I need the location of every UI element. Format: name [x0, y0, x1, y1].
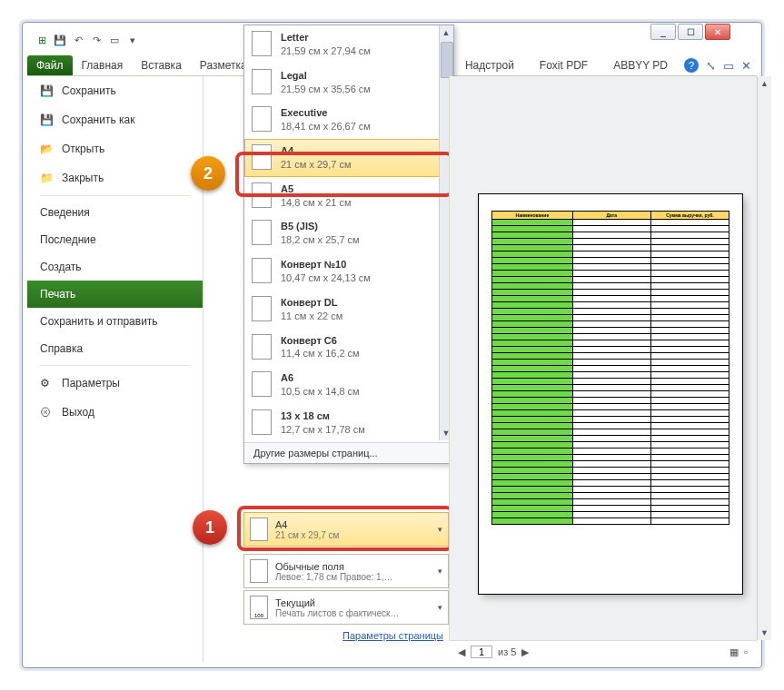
table-row — [492, 302, 729, 309]
margins-dropdown[interactable]: Обычные поляЛевое: 1,78 см Правое: 1,… ▾ — [243, 554, 449, 588]
scroll-up-icon[interactable]: ▲ — [440, 25, 452, 40]
table-row — [492, 385, 729, 391]
tab-addins[interactable]: Надстрой — [456, 55, 523, 75]
paper-size-option-letter[interactable]: Letter21,59 см x 27,94 см — [244, 25, 453, 64]
window-restore-icon[interactable]: ▭ — [723, 59, 734, 73]
tab-home[interactable]: Главная — [73, 55, 133, 75]
scaling-dropdown[interactable]: 100 ТекущийПечать листов с фактическ… ▾ — [243, 590, 449, 625]
prev-page-icon[interactable]: ◀ — [458, 646, 465, 658]
paper-size-option-a5[interactable]: A514,8 см x 21 см — [244, 177, 453, 215]
size-dim: 18,2 см x 25,7 см — [281, 233, 360, 247]
callout-badge-1: 1 — [193, 510, 227, 545]
table-row — [492, 436, 729, 442]
paper-size-dim: 21 см x 29,7 см — [275, 530, 339, 540]
table-row — [492, 245, 729, 251]
table-row — [492, 455, 729, 461]
preview-page: НаименованиеДатаСумма выручки, руб. — [479, 194, 742, 594]
more-page-sizes[interactable]: Другие размеры страниц... — [244, 442, 453, 463]
chevron-down-icon: ▾ — [438, 567, 442, 576]
backstage-закрыть[interactable]: 📁Закрыть — [27, 163, 203, 192]
paper-size-option--10[interactable]: Конверт №1010,47 см x 24,13 см — [244, 252, 453, 291]
backstage-справка[interactable]: Справка — [27, 335, 203, 362]
redo-icon[interactable]: ↷ — [89, 33, 104, 47]
nav-label: Сохранить — [62, 84, 116, 97]
backstage-сохранить-как[interactable]: 💾Сохранить как — [27, 105, 203, 134]
tab-insert[interactable]: Вставка — [132, 55, 191, 75]
qat-dropdown-icon[interactable]: ▾ — [125, 33, 140, 47]
show-margins-icon[interactable]: ▫ — [744, 646, 748, 657]
size-name: A6 — [281, 371, 360, 385]
paper-size-option-a4[interactable]: A421 см x 29,7 см — [244, 139, 453, 177]
paper-size-option--c6[interactable]: Конверт C611,4 см x 16,2 см — [244, 329, 453, 367]
backstage-печать[interactable]: Печать — [27, 281, 203, 308]
help-icon[interactable]: ? — [684, 58, 699, 73]
page-icon — [252, 334, 272, 360]
nav-label: Сохранить как — [62, 113, 134, 126]
table-row — [492, 283, 729, 290]
page-count-label: из 5 — [498, 646, 516, 657]
backstage-сохранить-и-отправить[interactable]: Сохранить и отправить — [27, 308, 203, 335]
backstage-создать[interactable]: Создать — [27, 253, 203, 281]
maximize-button[interactable]: ☐ — [678, 24, 703, 40]
page-icon — [252, 296, 272, 321]
page-number-input[interactable] — [471, 646, 492, 658]
nav-icon: 💾 — [40, 113, 55, 127]
paper-size-option-13-x-18-[interactable]: 13 x 18 см12,7 см x 17,78 см — [244, 404, 453, 442]
paper-size-option-legal[interactable]: Legal21,59 см x 35,56 см — [244, 64, 453, 102]
page-setup-link[interactable]: Параметры страницы — [243, 630, 449, 641]
table-row — [492, 290, 729, 296]
paper-size-option--dl[interactable]: Конверт DL11 см x 22 см — [244, 291, 453, 329]
page-icon — [252, 144, 272, 170]
paper-size-option-executive[interactable]: Executive18,41 см x 26,67 см — [244, 101, 453, 139]
paper-size-option-b5-jis-[interactable]: B5 (JIS)18,2 см x 25,7 см — [244, 214, 453, 252]
page-icon — [252, 409, 272, 435]
size-name: Executive — [281, 106, 371, 120]
size-name: A5 — [281, 182, 352, 196]
paper-size-dropdown[interactable]: A421 см x 29,7 см ▾ — [243, 512, 449, 547]
backstage-открыть[interactable]: 📂Открыть — [27, 134, 203, 163]
quickprint-icon[interactable]: ▭ — [107, 33, 122, 47]
backstage-параметры[interactable]: ⚙Параметры — [27, 369, 203, 398]
col-header: Дата — [572, 212, 650, 220]
tab-abbyy[interactable]: ABBYY PD — [604, 55, 677, 75]
backstage-последние[interactable]: Последние — [27, 226, 203, 253]
table-row — [492, 315, 729, 321]
size-name: A4 — [281, 144, 352, 158]
size-dim: 14,8 см x 21 см — [281, 196, 352, 210]
minimize-button[interactable]: _ — [650, 24, 676, 40]
zoom-to-page-icon[interactable]: ▦ — [729, 646, 739, 658]
nav-icon: 📁 — [40, 171, 55, 185]
size-name: B5 (JIS) — [281, 220, 360, 233]
table-row — [492, 366, 729, 372]
nav-label: Открыть — [62, 143, 104, 155]
minimize-ribbon-icon[interactable]: ⤡ — [706, 59, 716, 73]
scroll-thumb[interactable] — [441, 42, 453, 78]
table-row — [492, 391, 729, 398]
backstage-выход[interactable]: ⮾Выход — [27, 398, 203, 427]
table-row — [492, 258, 729, 264]
table-row — [492, 264, 729, 271]
nav-label: Сохранить и отправить — [40, 315, 158, 328]
save-icon[interactable]: 💾 — [53, 33, 67, 47]
close-button[interactable]: ✕ — [705, 24, 730, 40]
nav-label: Последние — [40, 233, 96, 246]
paper-size-option-a6[interactable]: A610,5 см x 14,8 см — [244, 366, 453, 404]
tab-foxit[interactable]: Foxit PDF — [531, 55, 597, 75]
scroll-down-icon[interactable]: ▼ — [758, 626, 771, 640]
table-row — [492, 334, 729, 340]
table-row — [492, 468, 729, 474]
next-page-icon[interactable]: ▶ — [521, 646, 529, 658]
tab-file[interactable]: Файл — [27, 55, 73, 75]
undo-icon[interactable]: ↶ — [71, 33, 85, 47]
size-dim: 11,4 см x 16,2 см — [281, 347, 360, 360]
col-header: Сумма выручки, руб. — [650, 212, 729, 220]
backstage-сохранить[interactable]: 💾Сохранить — [27, 76, 203, 105]
size-name: Legal — [281, 69, 371, 83]
nav-icon: ⚙ — [40, 376, 55, 390]
table-row — [492, 379, 729, 385]
backstage-сведения[interactable]: Сведения — [27, 199, 203, 226]
scroll-up-icon[interactable]: ▲ — [758, 76, 771, 91]
table-row — [492, 226, 729, 232]
preview-scrollbar[interactable]: ▲ ▼ — [757, 76, 771, 640]
window-close-icon[interactable]: ✕ — [741, 59, 751, 73]
